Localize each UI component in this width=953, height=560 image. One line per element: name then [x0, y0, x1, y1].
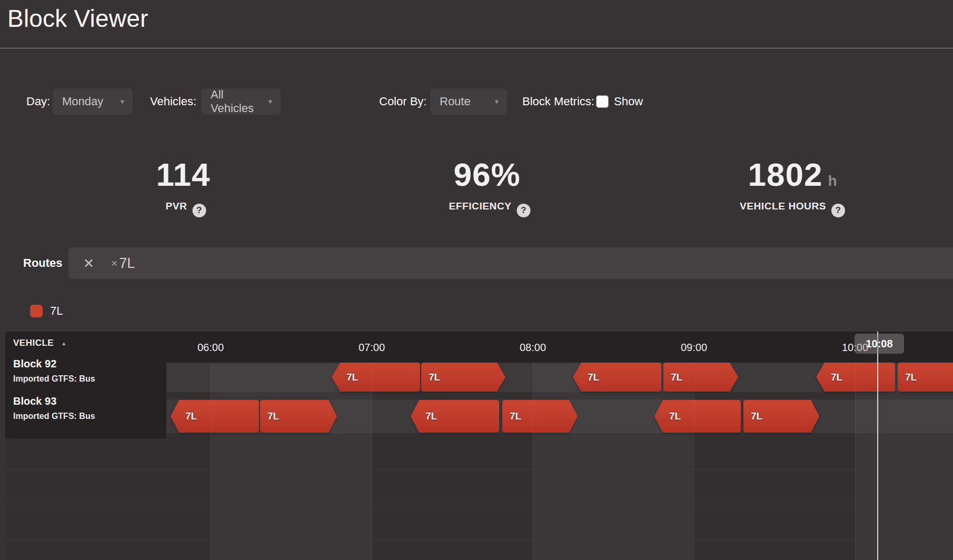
- stat-efficiency: 96% EFFICIENCY?: [449, 156, 531, 217]
- time-cursor-line: [877, 332, 878, 560]
- hour-band: [855, 363, 953, 560]
- row-divider: [5, 539, 953, 540]
- trip-route-label: 7L: [185, 411, 197, 422]
- routes-filter-input[interactable]: ✕ × 7L: [68, 247, 953, 279]
- vehicle-column-label: VEHICLE: [13, 338, 54, 348]
- stat-vehicle-hours: 1802h VEHICLE HOURS?: [740, 156, 845, 217]
- trip-route-label: 7L: [669, 411, 681, 422]
- page-title: Block Viewer: [7, 4, 148, 33]
- chevron-down-icon: ▾: [268, 97, 272, 106]
- hour-gridline: [372, 363, 372, 560]
- vehicle-hours-unit: h: [828, 173, 837, 189]
- trip-shape: 7L: [502, 400, 578, 433]
- efficiency-value: 96%: [453, 156, 520, 193]
- pvr-label: PVR: [166, 201, 187, 212]
- trip-block-7l[interactable]: 7L: [743, 400, 819, 433]
- trip-shape: 7L: [573, 363, 661, 392]
- help-icon[interactable]: ?: [192, 204, 206, 217]
- trip-shape: 7L: [816, 363, 895, 392]
- hour-band: [211, 363, 372, 560]
- trip-block-7l[interactable]: 7L: [260, 400, 337, 433]
- day-dropdown[interactable]: Monday ▾: [53, 88, 133, 115]
- hour-gridline: [694, 363, 694, 560]
- trip-block-7l[interactable]: 7L: [816, 363, 895, 392]
- pvr-value: 114: [156, 156, 210, 193]
- color-by-label: Color By:: [379, 88, 426, 115]
- efficiency-label: EFFICIENCY: [449, 201, 512, 212]
- route-color-swatch: [30, 305, 43, 317]
- hour-band: [533, 363, 694, 560]
- trip-block-7l[interactable]: 7L: [411, 400, 499, 433]
- trip-shape: 7L: [171, 400, 259, 433]
- trip-route-label: 7L: [588, 372, 599, 383]
- block-viewer-app: Block Viewer Day: Monday ▾ Vehicles: All…: [0, 0, 953, 560]
- route-tag-7l[interactable]: × 7L: [111, 255, 135, 272]
- time-cursor-tooltip: 10:08: [855, 334, 904, 354]
- trip-route-label: 7L: [905, 372, 917, 383]
- vehicle-row-block-93[interactable]: Block 93Imported GTFS: Bus: [13, 395, 95, 421]
- title-divider: [0, 48, 953, 48]
- trip-route-label: 7L: [429, 372, 440, 383]
- trip-block-7l[interactable]: 7L: [502, 400, 578, 433]
- trip-shape: 7L: [411, 400, 499, 433]
- trip-block-7l[interactable]: 7L: [663, 363, 738, 392]
- trip-block-7l[interactable]: 7L: [421, 363, 505, 392]
- help-icon[interactable]: ?: [517, 204, 530, 217]
- vehicle-hours-label: VEHICLE HOURS: [740, 201, 826, 212]
- block-name: Block 92: [13, 358, 95, 370]
- row-divider: [5, 469, 953, 469]
- trip-block-7l[interactable]: 7L: [171, 400, 259, 433]
- trip-route-label: 7L: [510, 411, 521, 422]
- color-by-dropdown-value: Route: [440, 95, 488, 108]
- block-metrics-label: Block Metrics:: [522, 88, 594, 115]
- legend-label: 7L: [50, 304, 63, 318]
- trip-block-7l[interactable]: 7L: [898, 363, 953, 392]
- row-divider: [5, 504, 953, 505]
- time-axis-label: 09:00: [681, 332, 707, 363]
- block-timeline: 06:0007:0008:0009:0010:00 VEHICLE ▲ Bloc…: [5, 332, 953, 560]
- trip-route-label: 7L: [671, 372, 682, 383]
- help-icon[interactable]: ?: [831, 204, 845, 217]
- day-label: Day:: [26, 88, 50, 115]
- trip-shape: 7L: [332, 363, 420, 392]
- trip-shape: 7L: [743, 400, 819, 433]
- block-metrics-show-checkbox[interactable]: [596, 95, 609, 108]
- trip-route-label: 7L: [831, 372, 842, 383]
- chevron-down-icon: ▾: [120, 97, 124, 106]
- trip-shape: 7L: [421, 363, 505, 392]
- stat-pvr: 114 PVR?: [156, 156, 215, 217]
- block-source: Imported GTFS: Bus: [13, 374, 95, 384]
- legend-item: 7L: [30, 304, 63, 318]
- trip-block-7l[interactable]: 7L: [573, 363, 661, 392]
- vehicle-row-block-92[interactable]: Block 92Imported GTFS: Bus: [13, 358, 95, 384]
- vehicle-hours-value: 1802: [748, 156, 822, 193]
- trip-route-label: 7L: [267, 411, 279, 422]
- chevron-down-icon: ▾: [494, 97, 499, 106]
- trip-shape: 7L: [898, 363, 953, 392]
- routes-label: Routes: [23, 247, 63, 279]
- block-name: Block 93: [13, 395, 95, 407]
- trip-route-label: 7L: [346, 372, 358, 383]
- sort-ascending-icon: ▲: [61, 341, 66, 346]
- route-tag-label: 7L: [119, 255, 135, 272]
- clear-filter-icon[interactable]: ✕: [83, 256, 94, 271]
- trip-shape: 7L: [654, 400, 741, 433]
- day-dropdown-value: Monday: [62, 95, 114, 108]
- vehicles-label: Vehicles:: [150, 88, 196, 115]
- trip-shape: 7L: [663, 363, 738, 392]
- trip-route-label: 7L: [751, 411, 762, 422]
- trip-shape: 7L: [260, 400, 337, 433]
- time-axis-label: 08:00: [520, 332, 546, 363]
- time-axis-label: 07:00: [359, 332, 385, 363]
- vehicle-column-sort-header[interactable]: VEHICLE ▲: [13, 338, 66, 348]
- color-by-dropdown[interactable]: Route ▾: [430, 88, 507, 115]
- time-axis-label: 06:00: [197, 332, 224, 363]
- remove-tag-icon: ×: [111, 257, 117, 269]
- vehicles-dropdown[interactable]: All Vehicles ▾: [201, 88, 281, 115]
- vehicles-dropdown-value: All Vehicles: [211, 88, 262, 115]
- trip-route-label: 7L: [425, 411, 437, 422]
- block-source: Imported GTFS: Bus: [13, 412, 95, 421]
- trip-block-7l[interactable]: 7L: [654, 400, 741, 433]
- trip-block-7l[interactable]: 7L: [332, 363, 420, 392]
- vehicle-column-panel: VEHICLE ▲ Block 92Imported GTFS: BusBloc…: [5, 332, 166, 438]
